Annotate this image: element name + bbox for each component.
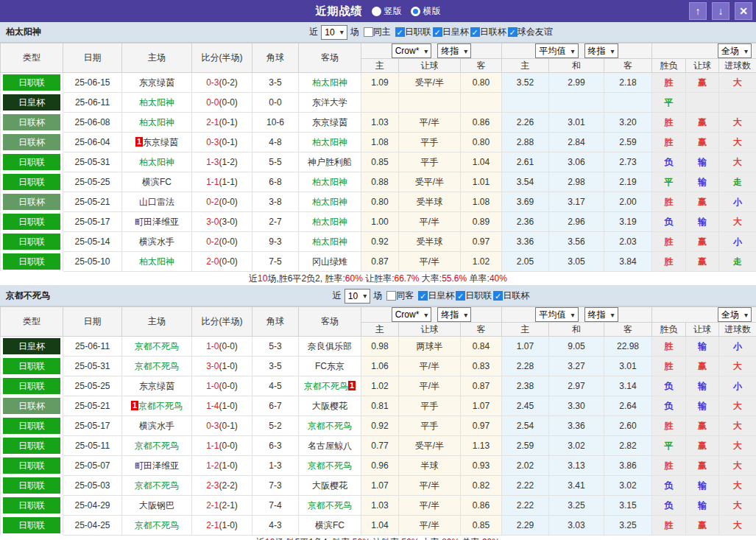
home-team-name[interactable]: 横滨水手 <box>139 421 174 431</box>
average-select[interactable]: 平均值▾ <box>535 307 578 322</box>
home-team-name[interactable]: 东京绿茵 <box>139 77 174 88</box>
radio-unselected-icon[interactable] <box>372 7 381 16</box>
match-count-select[interactable]: 10 ▾ <box>345 289 370 304</box>
full-time-score: 3-0 <box>206 361 219 371</box>
home-team-name[interactable]: 柏太阳神 <box>139 157 174 167</box>
home-team-name[interactable]: 京都不死鸟 <box>135 520 179 530</box>
away-team-name[interactable]: 大阪樱花 <box>312 480 347 491</box>
match-row: 日职联25-05-31柏太阳神1-3(1-2)5-5神户胜利船0.85平手1.0… <box>1 152 756 172</box>
away-team-name[interactable]: 名古屋鲸八 <box>308 441 352 451</box>
home-team-name[interactable]: 东京绿茵 <box>139 381 174 391</box>
result-cell: 赢 <box>686 516 719 536</box>
league-filter-item[interactable]: ✓日职联 <box>395 26 431 38</box>
away-team-name[interactable]: 大阪樱花 <box>312 401 347 411</box>
away-team-name[interactable]: 冈山绿雉 <box>312 256 347 267</box>
home-team-name[interactable]: 町田泽维亚 <box>135 460 179 471</box>
away-team-name[interactable]: 柏太阳神 <box>312 177 347 187</box>
home-team-name[interactable]: 京都不死鸟 <box>135 441 179 451</box>
match-count-select[interactable]: 10 ▾ <box>321 25 347 40</box>
home-team-name[interactable]: 柏太阳神 <box>139 256 174 267</box>
checkbox-checked-icon[interactable]: ✓ <box>493 291 503 301</box>
away-team-name[interactable]: 柏太阳神 <box>312 197 347 207</box>
checkbox-checked-icon[interactable]: ✓ <box>433 27 442 37</box>
away-team-name[interactable]: FC东京 <box>315 361 345 371</box>
checkbox-checked-icon[interactable]: ✓ <box>456 291 465 301</box>
league-badge: 日联杯 <box>3 114 60 130</box>
average-select[interactable]: 平均值▾ <box>535 43 578 58</box>
league-filter-item[interactable]: ✓日联杯 <box>470 26 506 38</box>
col-header-corners: 角球 <box>252 307 299 337</box>
move-down-button[interactable]: ↓ <box>712 2 729 20</box>
layout-radio-horizontal[interactable]: 横版 <box>411 5 441 18</box>
match-league-cell: 日职联 <box>1 73 63 93</box>
away-team-name[interactable]: 京都不死鸟 <box>308 500 352 511</box>
avg-odds-cell: 3.27 <box>549 357 604 376</box>
subcol-euro-home: 主 <box>502 323 549 337</box>
avg-odds-cell: 3.36 <box>549 416 604 436</box>
home-team-name[interactable]: 柏太阳神 <box>139 97 174 108</box>
move-up-button[interactable]: ↑ <box>689 2 707 20</box>
away-team-name[interactable]: 柏太阳神 <box>312 217 347 227</box>
away-team-name[interactable]: 神户胜利船 <box>308 157 352 167</box>
scope-select[interactable]: 全场▾ <box>718 43 752 58</box>
avg-odds-cell <box>502 93 549 113</box>
away-team-name[interactable]: 奈良俱乐部 <box>308 341 352 351</box>
checkbox-checked-icon[interactable]: ✓ <box>418 291 428 301</box>
league-badge: 日职联 <box>3 214 60 230</box>
euro-time-select[interactable]: 终指▾ <box>584 307 618 322</box>
checkbox-unchecked-icon[interactable] <box>364 27 373 37</box>
away-team-name[interactable]: 柏太阳神 <box>312 236 347 247</box>
same-venue-filter[interactable]: 同主 <box>364 26 391 38</box>
score-cell: 1-3(1-2) <box>192 152 252 172</box>
home-team-name[interactable]: 柏太阳神 <box>139 117 174 127</box>
radio-selected-icon[interactable] <box>411 7 420 16</box>
away-team-name[interactable]: 京都不死鸟 <box>304 381 348 391</box>
bookmaker-select[interactable]: Crow*▾ <box>392 307 432 322</box>
league-filter-item[interactable]: ✓日职联 <box>456 290 492 302</box>
odds-time-select[interactable]: 终指▾ <box>437 307 471 322</box>
league-filter-item[interactable]: ✓日皇杯 <box>433 26 469 38</box>
home-team-name[interactable]: 东京绿茵 <box>143 137 178 147</box>
checkbox-checked-icon[interactable]: ✓ <box>470 27 480 37</box>
corners-cell: 1-3 <box>252 456 299 476</box>
away-team-name[interactable]: 横滨FC <box>315 520 345 530</box>
euro-time-select[interactable]: 终指▾ <box>584 43 618 58</box>
league-filter-item[interactable]: ✓日皇杯 <box>418 290 454 302</box>
home-team-name[interactable]: 大阪钢巴 <box>139 500 174 511</box>
away-team-cell: 名古屋鲸八 <box>299 436 361 456</box>
layout-radio-vertical[interactable]: 竖版 <box>372 5 402 18</box>
avg-odds-cell: 2.59 <box>604 133 652 152</box>
away-team-name[interactable]: 东京绿茵 <box>312 117 347 127</box>
match-row: 日职联25-04-29大阪钢巴2-1(2-1)7-4京都不死鸟1.03平/半0.… <box>1 496 756 516</box>
home-team-cell: 1东京绿茵 <box>122 133 192 152</box>
chevron-down-icon: ▾ <box>363 292 367 300</box>
result-cell <box>686 93 719 113</box>
home-team-name[interactable]: 山口雷法 <box>139 197 174 207</box>
score-cell: 1-2(1-0) <box>192 456 252 476</box>
home-team-name[interactable]: 京都不死鸟 <box>135 361 179 371</box>
home-team-name[interactable]: 横滨FC <box>142 177 172 187</box>
home-team-name[interactable]: 町田泽维亚 <box>135 217 179 227</box>
close-button[interactable]: ✕ <box>735 2 752 20</box>
league-badge: 日皇杯 <box>3 94 60 111</box>
league-badge: 日职联 <box>3 378 60 394</box>
home-team-name[interactable]: 京都不死鸟 <box>135 341 179 351</box>
league-filter-item[interactable]: ✓球会友谊 <box>508 26 553 38</box>
away-team-name[interactable]: 柏太阳神 <box>312 137 347 147</box>
bookmaker-select[interactable]: Crow*▾ <box>392 43 432 58</box>
checkbox-unchecked-icon[interactable] <box>386 291 396 301</box>
half-time-score: (0-1) <box>219 117 238 127</box>
home-team-name[interactable]: 京都不死鸟 <box>135 480 179 491</box>
away-team-name[interactable]: 东洋大学 <box>312 97 347 108</box>
away-team-name[interactable]: 柏太阳神 <box>312 77 347 88</box>
scope-select[interactable]: 全场▾ <box>718 307 752 322</box>
league-filter-item[interactable]: ✓日联杯 <box>493 290 529 302</box>
home-team-name[interactable]: 横滨水手 <box>139 236 174 247</box>
same-venue-filter[interactable]: 同客 <box>386 290 414 302</box>
away-team-name[interactable]: 京都不死鸟 <box>308 460 352 471</box>
home-team-name[interactable]: 京都不死鸟 <box>138 401 183 411</box>
checkbox-checked-icon[interactable]: ✓ <box>508 27 517 37</box>
away-team-name[interactable]: 京都不死鸟 <box>308 421 352 431</box>
checkbox-checked-icon[interactable]: ✓ <box>395 27 405 37</box>
odds-time-select[interactable]: 终指▾ <box>437 43 471 58</box>
